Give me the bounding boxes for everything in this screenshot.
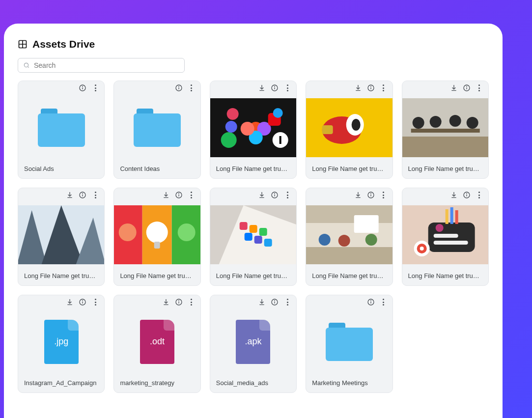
svg-rect-56 [259,228,267,236]
download-icon[interactable] [354,191,362,199]
asset-name: Long File Name get truncated with ellips… [114,267,200,285]
download-icon[interactable] [354,84,362,92]
asset-card[interactable]: Content Ideas [113,81,200,179]
more-icon[interactable] [91,298,99,306]
info-icon[interactable] [271,298,279,306]
svg-point-27 [467,86,467,87]
asset-card[interactable]: .apk Social_media_ads [210,295,297,393]
info-icon[interactable] [463,191,471,199]
svg-point-75 [435,224,443,232]
file-ext: .odt [150,336,165,347]
download-icon[interactable] [258,298,266,306]
svg-rect-57 [244,233,252,241]
asset-card[interactable]: Long File Name get truncated with ellips… [210,188,297,286]
more-icon[interactable] [91,84,99,92]
info-icon[interactable] [175,298,183,306]
folder-thumb [306,309,392,374]
card-actions [114,188,200,202]
svg-point-30 [412,117,424,129]
file-icon: .apk [236,320,270,364]
svg-point-85 [178,301,179,301]
download-icon[interactable] [450,191,458,199]
image-thumb [210,202,296,267]
more-icon[interactable] [283,191,291,199]
more-icon[interactable] [380,298,388,306]
svg-point-66 [338,235,350,247]
card-actions [18,295,104,309]
svg-point-16 [226,108,238,120]
svg-rect-47 [154,242,160,249]
folder-icon [134,109,181,147]
svg-point-67 [365,234,377,246]
svg-point-70 [467,194,467,194]
download-icon[interactable] [162,191,170,199]
info-icon[interactable] [271,191,279,199]
download-icon[interactable] [66,298,74,306]
asset-card[interactable]: .odt marketing_strategy [113,295,200,393]
more-icon[interactable] [380,191,388,199]
svg-point-20 [370,86,371,87]
download-icon[interactable] [450,84,458,92]
search-input[interactable] [34,61,179,69]
svg-rect-74 [433,241,468,245]
asset-card[interactable]: Long File Name get truncated with ellips… [210,81,297,179]
asset-name: Marketing Meetings [306,374,392,392]
info-icon[interactable] [175,84,183,92]
image-thumb [18,202,104,267]
asset-card[interactable]: Long File Name get truncated with ellips… [113,188,200,286]
asset-card[interactable]: Social Ads [18,81,105,179]
info-icon[interactable] [79,191,86,199]
asset-name: Long File Name get truncated with ellips… [402,267,488,285]
file-icon: .odt [140,320,174,364]
info-icon[interactable] [175,191,183,199]
more-icon[interactable] [188,84,196,92]
svg-rect-76 [445,209,448,224]
download-icon[interactable] [162,298,170,306]
asset-card[interactable]: .jpg Instagram_Ad_Campaign [18,295,105,393]
asset-card[interactable]: Long File Name get truncated with ellips… [402,81,489,179]
image-thumb [210,95,296,160]
download-icon[interactable] [258,84,266,92]
asset-card[interactable]: Long File Name get truncated with ellips… [306,188,392,286]
svg-point-7 [275,86,275,87]
info-icon[interactable] [463,84,471,92]
more-icon[interactable] [380,84,388,92]
svg-point-87 [275,301,275,301]
more-icon[interactable] [283,298,291,306]
info-icon[interactable] [271,84,279,92]
svg-point-31 [429,116,441,128]
file-thumb: .odt [114,309,200,374]
asset-card[interactable]: Long File Name get truncated with ellips… [18,188,105,286]
asset-card[interactable]: Long File Name get truncated with ellips… [402,188,489,286]
asset-name: Long File Name get truncated with ellips… [306,267,392,285]
download-icon[interactable] [66,191,74,199]
info-icon[interactable] [367,298,375,306]
info-icon[interactable] [367,191,375,199]
search-box[interactable] [18,58,185,73]
card-actions [306,188,392,202]
svg-point-5 [178,86,179,87]
svg-rect-73 [433,234,458,238]
asset-name: Social Ads [18,160,104,178]
svg-rect-29 [402,137,488,157]
more-icon[interactable] [188,191,196,199]
svg-point-49 [178,223,196,241]
asset-card[interactable]: Marketing Meetings [306,295,392,393]
download-icon[interactable] [258,191,266,199]
more-icon[interactable] [91,191,99,199]
info-icon[interactable] [79,84,86,92]
card-actions [306,295,392,309]
more-icon[interactable] [188,298,196,306]
svg-rect-55 [249,225,257,233]
card-actions [114,295,200,309]
more-icon[interactable] [476,191,483,199]
svg-point-48 [119,223,137,241]
file-ext: .apk [245,336,261,347]
svg-point-13 [240,122,254,136]
more-icon[interactable] [476,84,483,92]
more-icon[interactable] [283,84,291,92]
info-icon[interactable] [367,84,375,92]
asset-card[interactable]: Long File Name get truncated with ellips… [306,81,392,179]
svg-point-65 [319,234,331,246]
info-icon[interactable] [79,298,86,306]
